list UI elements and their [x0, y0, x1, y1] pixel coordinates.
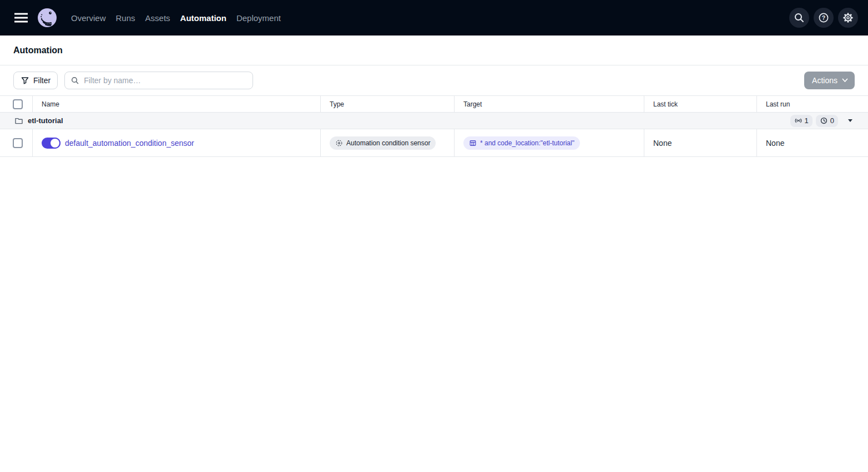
type-cell: Automation condition sensor — [320, 129, 454, 156]
filter-button[interactable]: Filter — [13, 72, 58, 89]
target-badge-label: * and code_location:"etl-tutorial" — [480, 139, 574, 147]
name-filter — [64, 72, 253, 89]
automation-page: Overview Runs Assets Automation Deployme… — [0, 0, 868, 472]
table-row: default_automation_condition_sensor Auto… — [0, 129, 868, 157]
automation-table: Name Type Target Last tick Last run etl-… — [0, 95, 868, 157]
dagster-octopus-icon — [37, 7, 58, 28]
clock-icon — [820, 116, 828, 125]
chevron-down-icon — [842, 78, 848, 83]
search-icon — [70, 76, 79, 85]
actions-button-label: Actions — [812, 76, 837, 85]
target-badge[interactable]: * and code_location:"etl-tutorial" — [463, 136, 580, 150]
last-tick-cell: None — [644, 129, 756, 156]
filter-button-label: Filter — [33, 76, 51, 85]
sensor-count-badge: 1 — [790, 115, 813, 127]
nav-automation[interactable]: Automation — [180, 13, 226, 23]
hamburger-icon — [13, 11, 29, 25]
dagster-logo[interactable] — [37, 7, 58, 28]
last-run-cell: None — [756, 129, 868, 156]
page-title: Automation — [13, 45, 63, 55]
search-button[interactable] — [789, 8, 809, 28]
type-badge: Automation condition sensor — [330, 136, 436, 150]
automation-condition-icon — [335, 139, 343, 147]
top-nav-bar: Overview Runs Assets Automation Deployme… — [0, 0, 868, 35]
menu-button[interactable] — [11, 8, 31, 27]
name-filter-input[interactable] — [84, 76, 247, 85]
asset-table-icon — [469, 139, 477, 147]
last-run-value: None — [766, 139, 784, 148]
page-header: Automation — [0, 35, 868, 65]
select-all-checkbox[interactable] — [13, 99, 23, 109]
nav-runs[interactable]: Runs — [116, 13, 135, 23]
toggle-knob — [49, 138, 60, 149]
funnel-icon — [21, 76, 29, 85]
topbar-actions: ? — [789, 8, 858, 28]
type-badge-label: Automation condition sensor — [346, 139, 430, 147]
sensor-icon — [794, 116, 803, 125]
enabled-toggle[interactable] — [42, 138, 60, 149]
caret-down-icon — [848, 119, 852, 122]
last-tick-value: None — [653, 139, 672, 148]
help-icon: ? — [818, 12, 829, 23]
toolbar: Filter Actions — [0, 65, 868, 95]
sensor-count: 1 — [805, 116, 809, 125]
gear-icon — [842, 12, 854, 23]
group-counts: 1 0 — [790, 115, 855, 127]
table-header-row: Name Type Target Last tick Last run — [0, 96, 868, 113]
column-header-last-tick: Last tick — [644, 96, 756, 112]
column-header-target: Target — [454, 96, 644, 112]
group-name: etl-tutorial — [28, 116, 63, 125]
column-header-name: Name — [32, 96, 320, 112]
row-checkbox[interactable] — [13, 138, 23, 148]
help-button[interactable]: ? — [814, 8, 834, 28]
column-header-type: Type — [320, 96, 454, 112]
code-location-group-row: etl-tutorial 1 — [0, 113, 868, 129]
schedule-count-badge: 0 — [816, 115, 838, 127]
settings-button[interactable] — [838, 8, 858, 28]
nav-overview[interactable]: Overview — [71, 13, 106, 23]
nav-assets[interactable]: Assets — [145, 13, 170, 23]
column-header-last-run: Last run — [756, 96, 868, 112]
svg-text:?: ? — [822, 14, 825, 21]
group-collapse-button[interactable] — [846, 117, 855, 124]
sensor-name-link[interactable]: default_automation_condition_sensor — [65, 139, 194, 148]
target-cell: * and code_location:"etl-tutorial" — [454, 129, 644, 156]
folder-icon — [14, 116, 23, 125]
name-cell: default_automation_condition_sensor — [32, 129, 320, 156]
nav-deployment[interactable]: Deployment — [236, 13, 281, 23]
search-icon — [794, 12, 805, 23]
schedule-count: 0 — [830, 116, 834, 125]
actions-button[interactable]: Actions — [804, 72, 855, 89]
main-nav: Overview Runs Assets Automation Deployme… — [71, 13, 281, 23]
